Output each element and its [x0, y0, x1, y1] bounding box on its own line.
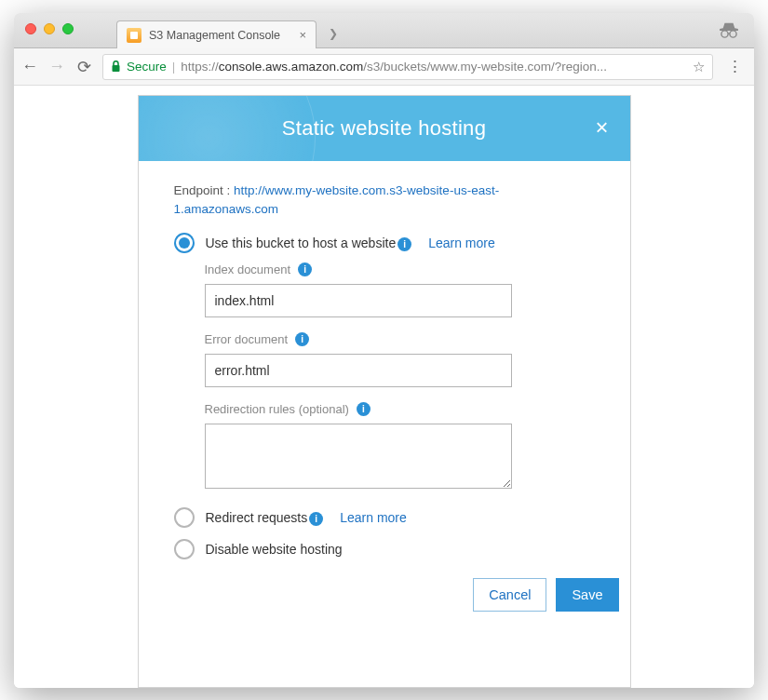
svg-rect-2 — [113, 65, 120, 72]
svg-point-0 — [721, 31, 728, 37]
svg-point-1 — [730, 31, 736, 37]
option-redirect-requests[interactable]: Redirect requestsi Learn more — [174, 507, 595, 528]
info-icon[interactable]: i — [295, 332, 309, 346]
page-viewport: Static website hosting × Endpoint : http… — [14, 86, 754, 688]
browser-tab[interactable]: S3 Management Console × — [116, 20, 317, 48]
nav-back-icon[interactable]: ← — [21, 57, 38, 76]
address-field[interactable]: Secure | https://console.aws.amazon.com/… — [102, 54, 713, 80]
window-maximize-icon[interactable] — [62, 23, 74, 34]
learn-more-host[interactable]: Learn more — [428, 236, 495, 250]
url-text: https://console.aws.amazon.com/s3/bucket… — [181, 60, 607, 74]
redirection-rules-input[interactable] — [205, 424, 512, 489]
learn-more-redirect[interactable]: Learn more — [340, 510, 407, 525]
endpoint-label: Endpoint : — [174, 183, 231, 197]
option-disable-label: Disable website hosting — [206, 542, 343, 557]
nav-reload-icon[interactable]: ⟳ — [75, 57, 92, 77]
radio-host-icon[interactable] — [174, 233, 195, 253]
window-minimize-icon[interactable] — [44, 23, 55, 34]
address-bar: ← → ⟳ Secure | https://console.aws.amazo… — [14, 48, 754, 86]
tab-title: S3 Management Console — [149, 29, 291, 42]
browser-window: S3 Management Console × ❯ ← → ⟳ Secure |… — [14, 13, 754, 688]
host-fields: Index document i Error document i Redire… — [205, 262, 595, 502]
option-redirect-label: Redirect requestsi — [206, 510, 324, 526]
info-icon[interactable]: i — [298, 262, 312, 276]
globe-decoration — [139, 96, 316, 161]
panel-header: Static website hosting × — [139, 96, 630, 161]
option-host-website[interactable]: Use this bucket to host a websitei Learn… — [174, 233, 595, 253]
save-button[interactable]: Save — [556, 578, 618, 612]
panel-footer: Cancel Save — [139, 578, 630, 623]
option-host-label: Use this bucket to host a websitei — [206, 236, 412, 251]
index-document-input[interactable] — [205, 284, 512, 317]
redirection-rules-label: Redirection rules (optional) i — [205, 402, 595, 416]
lock-icon — [111, 61, 121, 73]
window-close-icon[interactable] — [25, 23, 36, 34]
new-tab-button[interactable]: ❯ — [322, 22, 344, 45]
info-icon[interactable]: i — [397, 237, 411, 251]
error-document-label: Error document i — [205, 332, 595, 346]
panel-close-icon[interactable]: × — [591, 116, 613, 139]
radio-disable-icon[interactable] — [174, 539, 195, 559]
titlebar: S3 Management Console × ❯ — [14, 13, 754, 48]
radio-redirect-icon[interactable] — [174, 507, 195, 528]
traffic-lights — [25, 23, 74, 34]
option-disable-hosting[interactable]: Disable website hosting — [174, 539, 595, 559]
lower-options: Redirect requestsi Learn more Disable we… — [174, 507, 595, 559]
static-hosting-panel: Static website hosting × Endpoint : http… — [138, 95, 631, 688]
browser-menu-icon[interactable]: ⋮ — [723, 57, 747, 76]
error-document-input[interactable] — [205, 354, 512, 387]
info-icon[interactable]: i — [357, 402, 371, 416]
incognito-icon — [719, 21, 739, 38]
cancel-button[interactable]: Cancel — [473, 578, 546, 612]
panel-body: Endpoint : http://www.my-website.com.s3-… — [139, 161, 630, 576]
tab-close-icon[interactable]: × — [299, 28, 306, 42]
url-separator: | — [172, 60, 176, 74]
nav-forward-icon[interactable]: → — [48, 57, 65, 76]
info-icon[interactable]: i — [309, 512, 323, 526]
secure-label: Secure — [127, 60, 167, 74]
bookmark-star-icon[interactable]: ☆ — [693, 59, 705, 75]
index-document-label: Index document i — [205, 262, 595, 276]
endpoint-row: Endpoint : http://www.my-website.com.s3-… — [174, 182, 595, 218]
tab-favicon-icon — [127, 28, 141, 43]
